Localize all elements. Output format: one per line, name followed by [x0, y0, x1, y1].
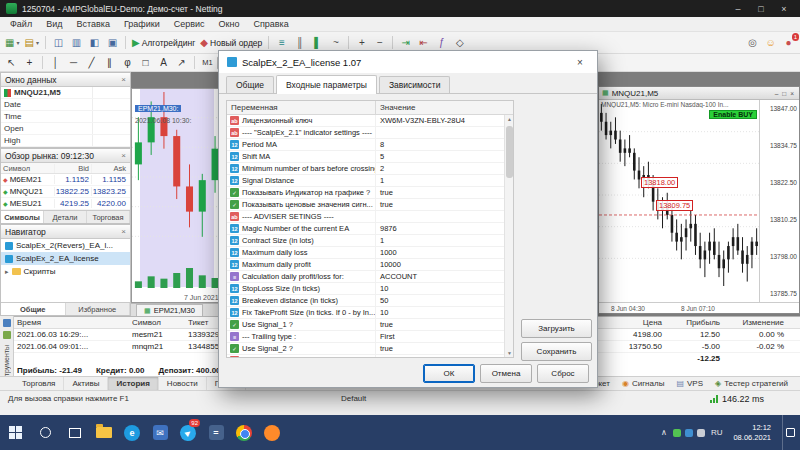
chart-tab-epm21[interactable]: ▦ EPM21,M30 — [136, 304, 203, 316]
param-row[interactable]: ab-------- "WORKING TIME FILTERS" ------… — [227, 355, 513, 358]
minimize-button[interactable]: – — [728, 2, 748, 15]
zoom-in-button[interactable]: + — [353, 34, 370, 51]
column-time[interactable]: Время — [14, 318, 132, 327]
action-center-button[interactable] — [782, 415, 798, 450]
tray-icon[interactable] — [697, 429, 705, 437]
market-watch-tab[interactable]: Торговая — [87, 211, 130, 223]
menu-item[interactable]: Вид — [39, 19, 69, 29]
auto-scroll-button[interactable]: ⇥ — [397, 34, 414, 51]
market-watch-row[interactable]: ◆MNQU2113822.2513823.25 — [1, 186, 130, 198]
menu-item[interactable]: Файл — [3, 19, 39, 29]
toolbox-tab[interactable]: Торговля — [14, 377, 64, 390]
hidden-icons-chevron[interactable]: ∧ — [661, 428, 667, 437]
trendline-tool-button[interactable]: ╱ — [83, 54, 100, 71]
chart-mnqu21[interactable]: ▦ MNQU21,M5 – □ × MNQU21,M5: Micro E-min… — [598, 86, 800, 314]
zoom-out-button[interactable]: − — [371, 34, 388, 51]
service-tab[interactable]: ▤VPS — [670, 379, 709, 388]
dialog-tab[interactable]: Входные параметры — [276, 75, 377, 94]
param-value-cell[interactable]: 1 — [375, 235, 513, 246]
horizontal-line-tool-button[interactable]: ─ — [65, 54, 82, 71]
channel-tool-button[interactable]: ∥ — [101, 54, 118, 71]
table-scrollbar[interactable]: ▲ ▼ — [504, 115, 513, 357]
param-value-cell[interactable]: 5 — [375, 151, 513, 162]
param-value-cell[interactable] — [375, 127, 513, 138]
param-value-cell[interactable]: ACCOUNT — [375, 271, 513, 282]
param-value-cell[interactable] — [375, 355, 513, 358]
navigator-toggle-button[interactable]: ◧ — [86, 34, 103, 51]
param-row[interactable]: ✓Use Signal_2 ?true — [227, 343, 513, 355]
column-change[interactable]: Изменение — [724, 318, 788, 327]
param-value-cell[interactable]: 1 — [375, 175, 513, 186]
clock[interactable]: 12:12 08.06.2021 — [728, 423, 776, 443]
param-row[interactable]: 12StopLoss Size (in ticks)10 — [227, 283, 513, 295]
timeframe-m1[interactable]: M1 — [199, 56, 216, 70]
chart-minimize-button[interactable]: – — [773, 90, 781, 97]
param-value-cell[interactable]: 10 — [375, 283, 513, 294]
param-row[interactable]: 12Shift MA5 — [227, 151, 513, 163]
calendar-icon[interactable] — [3, 331, 11, 339]
market-watch-column[interactable]: Символ — [1, 164, 54, 173]
start-button[interactable] — [0, 415, 30, 450]
search-button[interactable]: ◎ — [744, 34, 761, 51]
menu-item[interactable]: Графики — [117, 19, 167, 29]
toolbox-tab[interactable]: Новости — [159, 377, 207, 390]
notifications-button[interactable]: ●1 — [780, 34, 797, 51]
panel-close-icon[interactable]: × — [121, 227, 126, 236]
new-chart-button[interactable]: ▦▾ — [3, 34, 21, 51]
edge-taskbar-button[interactable]: e — [118, 415, 146, 450]
param-row[interactable]: ≡Calculation daily profit/loss for:ACCOU… — [227, 271, 513, 283]
param-value-cell[interactable]: true — [375, 187, 513, 198]
dialog-tab[interactable]: Зависимости — [379, 76, 451, 93]
service-tab[interactable]: ◈Тестер стратегий — [709, 379, 794, 388]
column-variable[interactable]: Переменная — [227, 103, 375, 112]
chart-close-button[interactable]: × — [788, 90, 796, 97]
param-row[interactable]: ab---- ADVISER SETINGS ---- — [227, 211, 513, 223]
tray-icon[interactable] — [685, 429, 693, 437]
column-value[interactable]: Значение — [375, 101, 513, 114]
market-watch-toggle-button[interactable]: ◫ — [50, 34, 67, 51]
load-button[interactable]: Загрузить — [521, 319, 592, 338]
toolbox-toggle-button[interactable]: ▣ — [104, 34, 121, 51]
file-explorer-taskbar-button[interactable] — [90, 415, 118, 450]
scrollbar-thumb[interactable] — [506, 126, 513, 178]
param-value-cell[interactable]: 8 — [375, 139, 513, 150]
status-profile[interactable]: Default — [341, 394, 366, 403]
maximize-button[interactable]: □ — [751, 2, 771, 15]
language-indicator[interactable]: RU — [711, 428, 723, 437]
bar-chart-mode-button[interactable]: ║ — [291, 34, 308, 51]
reset-button[interactable]: Сброс — [537, 364, 589, 383]
save-button[interactable]: Сохранить — [521, 342, 592, 361]
service-tab[interactable]: ◉Сигналы — [616, 379, 670, 388]
chart-shift-button[interactable]: ⇤ — [415, 34, 432, 51]
panel-close-icon[interactable]: × — [121, 151, 126, 160]
param-row[interactable]: 12Contract Size (in lots)1 — [227, 235, 513, 247]
depth-of-market-button[interactable]: ≡ — [273, 34, 290, 51]
column-symbol[interactable]: Символ — [132, 318, 188, 327]
shapes-tool-button[interactable]: □ — [137, 54, 154, 71]
market-watch-tab[interactable]: Символы — [1, 211, 44, 223]
param-row[interactable]: abЛицензионный ключXW6M-V3ZN-EBLY-28U4 — [227, 115, 513, 127]
new-order-button[interactable]: ◆Новый ордер — [198, 34, 264, 51]
param-row[interactable]: 12Period MA8 — [227, 139, 513, 151]
column-price[interactable]: Цена — [596, 318, 666, 327]
param-row[interactable]: ≡--- Trailing type :First — [227, 331, 513, 343]
param-value-cell[interactable]: XW6M-V3ZN-EBLY-28U4 — [375, 115, 513, 126]
periods-button[interactable]: ◇ — [451, 34, 468, 51]
param-row[interactable]: 12Maximum daily profit10000 — [227, 259, 513, 271]
tree-expand-icon[interactable]: ▸ — [5, 268, 9, 276]
menu-item[interactable]: Вставка — [69, 19, 116, 29]
dialog-tab[interactable]: Общие — [226, 76, 274, 93]
column-profit[interactable]: Прибыль — [666, 318, 724, 327]
navigator-tab[interactable]: Общие — [1, 303, 66, 315]
param-value-cell[interactable]: true — [375, 343, 513, 354]
navigator-tab[interactable]: Избранное — [66, 303, 131, 315]
param-value-cell[interactable]: 9876 — [375, 223, 513, 234]
param-row[interactable]: 12Signal Distance1 — [227, 175, 513, 187]
param-value-cell[interactable]: true — [375, 199, 513, 210]
indicators-button[interactable]: ƒ — [433, 34, 450, 51]
market-watch-row[interactable]: ◆MESU214219.254220.00 — [1, 198, 130, 210]
toolbox-icon[interactable] — [3, 319, 11, 327]
arrows-tool-button[interactable]: ↗ — [173, 54, 190, 71]
market-watch-column[interactable]: Bid — [54, 164, 91, 173]
market-watch-column[interactable]: Ask — [91, 164, 128, 173]
